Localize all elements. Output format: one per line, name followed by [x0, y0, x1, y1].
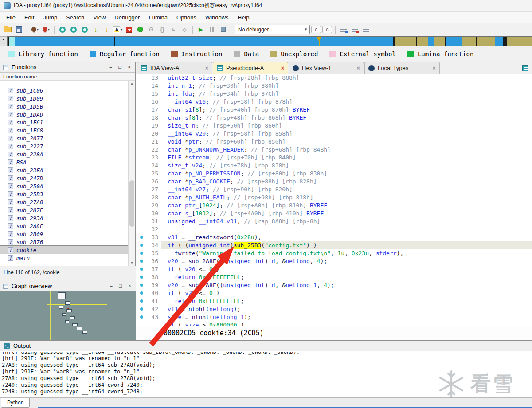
- panel-float-button[interactable]: □: [117, 64, 123, 70]
- highlight-color-button[interactable]: A▾: [113, 25, 123, 35]
- code-line[interactable]: 17char s1[8]; // [rsp+40h] [rbp-870h] BY…: [136, 106, 532, 114]
- scroll-down-icon[interactable]: ▼: [129, 261, 135, 265]
- function-list-item[interactable]: main: [0, 254, 129, 262]
- function-list-item[interactable]: sub_25B3: [0, 190, 129, 198]
- code-line[interactable]: 29char ptr_[1024]; // [rsp+A0h] [rbp-810…: [136, 202, 532, 210]
- function-list-item[interactable]: sub_250A: [0, 182, 129, 190]
- code-line[interactable]: 23FILE *stream; // [rsp+70h] [rbp-840h]: [136, 154, 532, 162]
- menu-help[interactable]: Help: [233, 12, 254, 23]
- code-line[interactable]: 43size = ntohl(netlong_1);: [136, 313, 532, 321]
- code-line[interactable]: 15int fda; // [rsp+34h] [rbp-87Ch]: [136, 90, 532, 98]
- save-file-button[interactable]: [14, 25, 23, 35]
- code-line[interactable]: 24size_t v24; // [rsp+78h] [rbp-838h]: [136, 162, 532, 170]
- windows-list-button[interactable]: [339, 25, 348, 35]
- code-line[interactable]: 16__int64 v16; // [rsp+38h] [rbp-878h]: [136, 98, 532, 106]
- function-list-item[interactable]: cookie: [0, 246, 129, 254]
- code-line[interactable]: 21void *ptr; // [rsp+60h] [rbp-850h]: [136, 138, 532, 146]
- function-list-item[interactable]: sub_228A: [0, 150, 129, 158]
- code-line[interactable]: 34if ( (unsigned int)sub_25B3("config.tx…: [136, 241, 532, 249]
- code-line[interactable]: 22char *p_UNKNOWN_HEADER; // [rsp+68h] […: [136, 146, 532, 154]
- code-line[interactable]: 31unsigned __int64 v31; // [rsp+8A8h] [r…: [136, 218, 532, 225]
- functions-scrollbar[interactable]: ▲ ▼: [128, 81, 135, 266]
- code-line[interactable]: 14int n_1; // [rsp+30h] [rbp-880h]: [136, 82, 532, 90]
- menu-lumina[interactable]: Lumina: [144, 12, 172, 23]
- scroll-up-icon[interactable]: ▲: [129, 82, 135, 85]
- scrollbar-thumb[interactable]: [129, 180, 134, 227]
- open-file-button[interactable]: [3, 25, 12, 35]
- function-list-item[interactable]: sub_247D: [0, 174, 129, 182]
- code-line[interactable]: 30char s_[1032]; // [rsp+4A0h] [rbp-410h…: [136, 210, 532, 218]
- menu-view[interactable]: View: [89, 12, 110, 23]
- panel-minimize-button[interactable]: –: [108, 64, 113, 70]
- function-list-item[interactable]: sub_287E: [0, 206, 129, 214]
- menu-jump[interactable]: Jump: [39, 12, 62, 23]
- tab-close-icon[interactable]: ×: [432, 65, 436, 71]
- navband-scroll-buttons[interactable]: ▸◂: [0, 36, 7, 46]
- code-line[interactable]: 26char *p_BAD_COOKIE; // [rsp+88h] [rbp-…: [136, 178, 532, 186]
- function-list-item[interactable]: RSA: [0, 158, 129, 166]
- panel-minimize-button[interactable]: –: [108, 283, 114, 289]
- code-line[interactable]: 19size_t n; // [rsp+50h] [rbp-860h]: [136, 122, 532, 130]
- code-line[interactable]: 13uint32_t size; // [rsp+28h] [rbp-888h]: [136, 74, 532, 82]
- close-window-button[interactable]: [350, 25, 360, 35]
- code-line[interactable]: if ( size > 0xA00000 ): [136, 321, 532, 326]
- code-line[interactable]: 42v11 = ntohl(netlong);: [136, 305, 532, 313]
- code-line[interactable]: 38 return 0xFFFFFFFFLL;: [136, 273, 532, 281]
- function-list-item[interactable]: sub_2077: [0, 134, 129, 142]
- debugger-select[interactable]: No debugger ▼: [235, 25, 310, 34]
- tab-close-icon[interactable]: ×: [356, 65, 360, 71]
- code-line[interactable]: 18char s[8]; // [rsp+48h] [rbp-868h] BYR…: [136, 114, 532, 122]
- tab-close-icon[interactable]: ×: [281, 65, 284, 71]
- menu-edit[interactable]: Edit: [20, 12, 39, 23]
- code-line[interactable]: 20__int64 v20; // [rsp+58h] [rbp-858h]: [136, 130, 532, 138]
- function-list-item[interactable]: sub_1D5B: [0, 102, 129, 110]
- code-line[interactable]: 41 return 0xFFFFFFFFLL;: [136, 297, 532, 305]
- code-line[interactable]: 39v20 = sub_2A8F((unsigned int)fd, &netl…: [136, 281, 532, 289]
- menu-file[interactable]: File: [2, 12, 20, 23]
- disabled-tool-button-3[interactable]: ⌗: [168, 25, 178, 35]
- code-line[interactable]: 40if ( v20 <= 0 ): [136, 289, 532, 297]
- code-line[interactable]: 33v31 = __readfsqword(0x28u);: [136, 233, 532, 241]
- cancel-analysis-button[interactable]: [124, 25, 134, 35]
- tab-hex-view-1[interactable]: Hex View-1×: [289, 62, 364, 74]
- output-log[interactable]: [hrt] using guessed type __int64 __fastc…: [0, 352, 532, 397]
- graph-overview-map[interactable]: [0, 291, 136, 340]
- code-line[interactable]: 27__int64 v27; // [rsp+90h] [rbp-820h]: [136, 186, 532, 194]
- tab-ida-view-a[interactable]: IDA View-A×: [137, 62, 212, 74]
- panel-close-button[interactable]: ×: [127, 283, 133, 289]
- function-list-item[interactable]: sub_2B09: [0, 230, 129, 238]
- tab-python[interactable]: Python: [1, 398, 30, 408]
- code-line[interactable]: 32: [136, 225, 532, 233]
- function-list-item[interactable]: sub_2A8F: [0, 222, 129, 230]
- code-line[interactable]: 36v20 = sub_2A8F((unsigned int)fd, &netl…: [136, 257, 532, 265]
- code-line[interactable]: 37if ( v20 <= 0 ): [136, 265, 532, 273]
- code-line[interactable]: 25char *p_NO_PERMISSION; // [rsp+80h] [r…: [136, 170, 532, 178]
- jump-previous-button[interactable]: ↓: [102, 25, 112, 35]
- function-list-item[interactable]: sub_2227: [0, 142, 129, 150]
- navigation-band[interactable]: [7, 36, 532, 46]
- navigate-forward-button[interactable]: [69, 25, 78, 35]
- tab-local-types[interactable]: Local Types×: [364, 62, 440, 74]
- function-list-item[interactable]: sub_1FC8: [0, 126, 129, 134]
- function-list-item[interactable]: sub_293A: [0, 214, 129, 222]
- function-list-item[interactable]: sub_2B76: [0, 238, 129, 246]
- panel-float-button[interactable]: □: [117, 283, 123, 289]
- function-list-item[interactable]: sub_1DAD: [0, 110, 129, 118]
- desktop-layout-button[interactable]: [361, 25, 371, 35]
- tab-pseudocode-a[interactable]: Pseudocode-A×: [213, 62, 288, 74]
- menu-windows[interactable]: Windows: [201, 12, 233, 23]
- column-header-function-name[interactable]: Function name: [0, 73, 135, 81]
- disabled-tool-button-4[interactable]: ◇: [180, 25, 189, 35]
- function-list-item[interactable]: sub_1C06: [0, 86, 129, 94]
- function-list-item[interactable]: sub_27A8: [0, 198, 129, 206]
- menu-search[interactable]: Search: [62, 12, 89, 23]
- panel-close-button[interactable]: ×: [126, 64, 132, 70]
- disabled-tool-button-2[interactable]: {}: [157, 25, 167, 35]
- tab-close-icon[interactable]: ×: [205, 65, 208, 71]
- window-list-icon[interactable]: [522, 65, 528, 71]
- pause-process-button[interactable]: [207, 25, 217, 35]
- start-process-button[interactable]: ▶: [196, 25, 206, 35]
- debugger-option-button-1[interactable]: c: [311, 26, 321, 33]
- instruction-color-button[interactable]: ▾: [30, 25, 40, 35]
- disabled-tool-button-1[interactable]: G: [146, 25, 156, 35]
